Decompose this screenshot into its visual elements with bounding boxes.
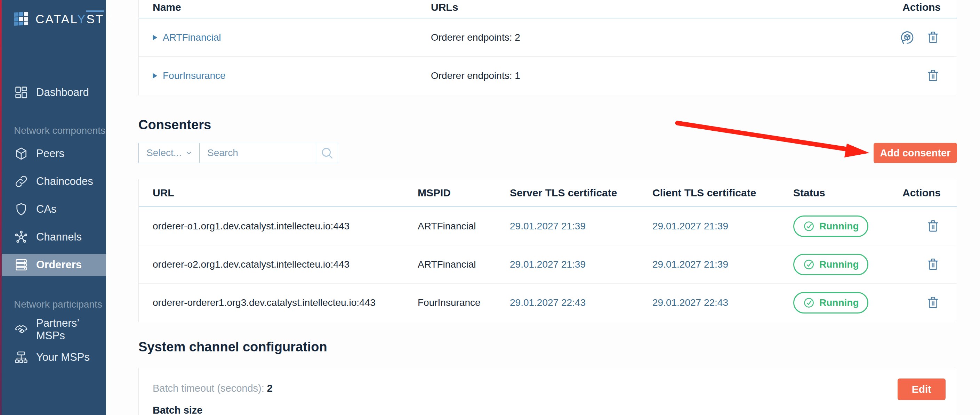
server-cert-link[interactable]: 29.01.2027 21:39 — [510, 221, 585, 232]
delete-trash-icon[interactable] — [925, 219, 941, 234]
status-badge: Running — [793, 292, 869, 313]
search-input[interactable] — [200, 143, 316, 163]
batch-timeout-label: Batch timeout (seconds): — [153, 383, 264, 394]
server-cert-link[interactable]: 29.01.2027 21:39 — [510, 259, 585, 270]
consenter-url: orderer-o1.org1.dev.catalyst.intellecteu… — [139, 221, 418, 232]
status-badge: Running — [793, 254, 869, 275]
sidebar-section-network-participants: Network participants — [0, 299, 106, 310]
sidebar-item-channels[interactable]: Channels — [0, 226, 106, 248]
sidebar-item-peers[interactable]: Peers — [0, 143, 106, 165]
expand-caret-icon[interactable] — [153, 73, 157, 79]
logo-row: CATALYST — [0, 0, 106, 29]
table-row: orderer-o2.org1.dev.catalyst.intellecteu… — [139, 245, 957, 284]
consenters-table: URL MSPID Server TLS certificate Client … — [138, 179, 957, 322]
consenters-toolbar: Select... Add consenter — [138, 143, 957, 163]
sidebar-nav: Dashboard Network components Peers Chain… — [0, 81, 106, 369]
consenter-mspid: FourInsurance — [418, 297, 510, 308]
consenter-mspid: ARTFinancial — [418, 259, 510, 270]
partners-handshake-icon — [14, 322, 29, 337]
peers-cube-icon — [14, 146, 29, 161]
edit-button[interactable]: Edit — [897, 378, 946, 400]
sidebar-item-chaincodes[interactable]: Chaincodes — [0, 170, 106, 192]
table-row: orderer-o1.org1.dev.catalyst.intellecteu… — [139, 207, 957, 245]
consenters-table-header: URL MSPID Server TLS certificate Client … — [139, 179, 957, 207]
sidebar-section-network-components: Network components — [0, 125, 106, 136]
sidebar-item-partners-msps[interactable]: Partners’ MSPs — [0, 318, 106, 340]
orderers-server-icon — [14, 258, 29, 272]
delete-trash-icon[interactable] — [925, 30, 941, 45]
header-mspid: MSPID — [418, 187, 510, 199]
header-url: URL — [139, 187, 418, 199]
sidebar-item-your-msps[interactable]: Your MSPs — [0, 346, 106, 369]
filter-select-value: Select... — [146, 147, 181, 159]
sidebar-item-label: Partners’ MSPs — [36, 317, 106, 342]
search-icon-button[interactable] — [316, 143, 338, 163]
your-msps-orgchart-icon — [14, 350, 29, 365]
redeploy-icon[interactable] — [899, 29, 916, 46]
check-circle-icon — [803, 258, 815, 271]
main-content: Name URLs Actions ARTFinancial Orderer e… — [106, 0, 980, 415]
screen-edge-strip — [0, 0, 2, 415]
dashboard-icon — [14, 85, 29, 100]
table-row: FourInsurance Orderer endpoints: 1 — [139, 57, 957, 95]
org-urls-value: Orderer endpoints: 1 — [431, 70, 842, 81]
orderer-organizations-table: Name URLs Actions ARTFinancial Orderer e… — [138, 0, 957, 95]
batch-timeout-value: 2 — [267, 383, 273, 394]
orgs-header-urls: URLs — [431, 2, 842, 13]
header-server-cert: Server TLS certificate — [510, 187, 652, 199]
sidebar-item-label: Peers — [36, 147, 64, 160]
client-cert-link[interactable]: 29.01.2027 22:43 — [652, 297, 728, 308]
table-row: orderer-orderer1.org3.dev.catalyst.intel… — [139, 284, 957, 322]
chevron-down-icon — [185, 149, 193, 157]
consenter-url: orderer-o2.org1.dev.catalyst.intellecteu… — [139, 259, 418, 270]
system-channel-config-card: Batch timeout (seconds):2 Batch size Edi… — [138, 368, 957, 415]
logo-wordmark: CATALYST — [35, 12, 104, 26]
sidebar-item-label: Dashboard — [36, 86, 89, 99]
org-urls-value: Orderer endpoints: 2 — [431, 32, 842, 43]
chaincodes-link-icon — [14, 174, 29, 189]
header-actions: Actions — [880, 187, 957, 199]
filter-select-dropdown[interactable]: Select... — [139, 143, 200, 163]
header-status: Status — [793, 187, 880, 199]
client-cert-link[interactable]: 29.01.2027 21:39 — [652, 221, 728, 232]
sidebar-collapse-chevron-icon[interactable] — [104, 13, 116, 25]
check-circle-icon — [803, 220, 815, 232]
sidebar: CATALYST Dashboard Network components Pe… — [0, 0, 106, 415]
delete-trash-icon[interactable] — [925, 68, 941, 83]
sidebar-item-orderers[interactable]: Orderers — [0, 254, 106, 276]
sidebar-item-label: Chaincodes — [36, 175, 93, 188]
batch-timeout-row: Batch timeout (seconds):2 — [153, 383, 957, 394]
sidebar-item-dashboard[interactable]: Dashboard — [0, 81, 106, 103]
channels-hub-icon — [14, 230, 29, 244]
catalyst-cube-icon — [14, 12, 30, 26]
header-client-cert: Client TLS certificate — [652, 187, 793, 199]
orgs-table-header: Name URLs Actions — [139, 0, 957, 18]
consenter-url: orderer-orderer1.org3.dev.catalyst.intel… — [139, 297, 418, 308]
sidebar-item-cas[interactable]: CAs — [0, 198, 106, 220]
sidebar-item-label: CAs — [36, 203, 57, 216]
batch-size-label: Batch size — [153, 405, 957, 415]
orgs-header-actions: Actions — [842, 2, 957, 13]
client-cert-link[interactable]: 29.01.2027 21:39 — [652, 259, 728, 270]
sidebar-item-label: Orderers — [36, 259, 82, 271]
delete-trash-icon[interactable] — [925, 257, 941, 272]
sidebar-item-label: Your MSPs — [36, 351, 90, 364]
delete-trash-icon[interactable] — [925, 295, 941, 310]
search-icon — [320, 146, 334, 160]
server-cert-link[interactable]: 29.01.2027 22:43 — [510, 297, 585, 308]
expand-caret-icon[interactable] — [153, 35, 157, 40]
consenters-title: Consenters — [138, 118, 957, 132]
sidebar-item-label: Channels — [36, 231, 82, 243]
org-name-link[interactable]: FourInsurance — [163, 70, 226, 81]
system-channel-title: System channel configuration — [138, 340, 957, 355]
consenter-mspid: ARTFinancial — [418, 221, 510, 232]
add-consenter-button[interactable]: Add consenter — [873, 143, 957, 163]
status-badge: Running — [793, 216, 869, 237]
catalyst-logo: CATALYST — [14, 12, 104, 26]
org-name-link[interactable]: ARTFinancial — [163, 32, 221, 43]
check-circle-icon — [803, 296, 815, 309]
orgs-header-name: Name — [139, 2, 431, 13]
table-row: ARTFinancial Orderer endpoints: 2 — [139, 18, 957, 57]
consenters-filter-group: Select... — [138, 143, 338, 163]
cas-shield-icon — [14, 202, 29, 216]
